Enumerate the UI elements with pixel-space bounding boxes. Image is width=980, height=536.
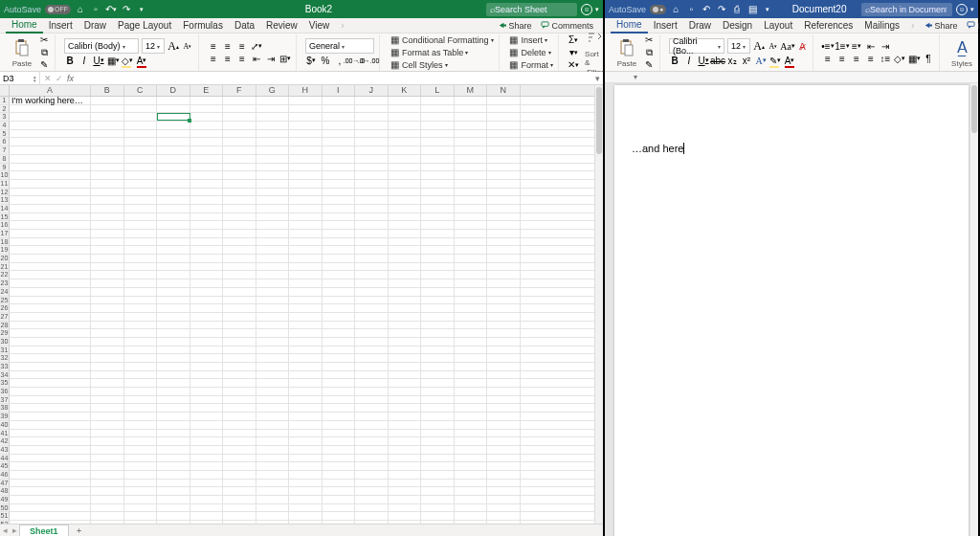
cell-I2[interactable]	[323, 105, 356, 113]
cell-I23[interactable]	[323, 279, 356, 287]
cell-B9[interactable]	[91, 164, 124, 171]
cell-G14[interactable]	[256, 205, 290, 212]
format-painter-icon[interactable]: ✎	[643, 59, 655, 71]
row-header-31[interactable]: 31	[0, 346, 10, 354]
cell-D40[interactable]	[157, 421, 190, 429]
cell-J18[interactable]	[355, 238, 389, 246]
cell-H16[interactable]	[289, 221, 323, 229]
col-header-J[interactable]: J	[355, 85, 389, 96]
cell-B27[interactable]	[91, 313, 124, 321]
cell-L6[interactable]	[421, 138, 455, 145]
expand-formula-icon[interactable]: ▾	[592, 74, 603, 83]
cell-L2[interactable]	[421, 105, 455, 113]
cell-K33[interactable]	[389, 363, 422, 370]
cell-B25[interactable]	[91, 297, 124, 304]
cell-F19[interactable]	[223, 246, 256, 254]
row-header-11[interactable]: 11	[0, 180, 10, 188]
cell-N34[interactable]	[487, 371, 521, 379]
cell-M43[interactable]	[455, 446, 488, 454]
feedback-caret[interactable]: ▾	[970, 6, 974, 13]
cell-E46[interactable]	[190, 471, 224, 479]
cell-H46[interactable]	[289, 471, 323, 479]
cell-C32[interactable]	[124, 354, 158, 362]
cell-N44[interactable]	[487, 455, 521, 462]
cell-M13[interactable]	[455, 196, 488, 204]
cell-B11[interactable]	[91, 180, 124, 188]
redo-icon[interactable]: ↷	[716, 4, 727, 15]
cell-L21[interactable]	[421, 263, 455, 271]
cell-C38[interactable]	[124, 404, 158, 412]
cell-E9[interactable]	[190, 164, 224, 171]
row-header-30[interactable]: 30	[0, 338, 10, 346]
cell-N22[interactable]	[487, 271, 521, 279]
cell-A11[interactable]	[10, 180, 91, 188]
cell-D26[interactable]	[157, 304, 190, 312]
search-input[interactable]	[495, 5, 571, 14]
cell-H22[interactable]	[289, 271, 323, 279]
cell-B42[interactable]	[91, 437, 124, 445]
cell-J20[interactable]	[355, 255, 389, 262]
cell-G5[interactable]	[256, 130, 290, 138]
format-as-table-button[interactable]: ▦Format as Table▾	[389, 47, 494, 58]
cell-N14[interactable]	[487, 205, 521, 212]
cell-A38[interactable]	[10, 404, 91, 412]
cell-F22[interactable]	[223, 271, 256, 279]
cell-C3[interactable]	[124, 113, 158, 121]
cell-D22[interactable]	[157, 271, 190, 279]
cell-H44[interactable]	[289, 455, 323, 462]
cell-N20[interactable]	[487, 255, 521, 262]
cell-E12[interactable]	[190, 189, 224, 196]
cell-F17[interactable]	[223, 230, 256, 237]
cell-I13[interactable]	[323, 196, 356, 204]
cut-icon[interactable]: ✂	[643, 34, 655, 46]
ruler[interactable]	[605, 72, 978, 83]
cell-F48[interactable]	[223, 487, 256, 495]
cell-A8[interactable]	[10, 155, 91, 163]
row-header-1[interactable]: 1	[0, 97, 10, 104]
cell-C8[interactable]	[124, 155, 158, 163]
print-icon[interactable]: ⎙	[731, 4, 743, 15]
cell-E37[interactable]	[190, 396, 224, 404]
cell-I52[interactable]	[323, 521, 356, 524]
cell-H33[interactable]	[289, 363, 323, 370]
cell-L18[interactable]	[421, 238, 455, 246]
cell-I20[interactable]	[323, 255, 356, 262]
row-header-40[interactable]: 40	[0, 421, 10, 429]
vertical-scrollbar[interactable]	[969, 83, 978, 536]
cell-F30[interactable]	[223, 338, 256, 346]
cell-A30[interactable]	[10, 338, 91, 346]
cell-E40[interactable]	[190, 421, 224, 429]
search-box[interactable]: ⌕	[861, 3, 952, 16]
cell-F18[interactable]	[223, 238, 256, 246]
cell-H38[interactable]	[289, 404, 323, 412]
cell-N36[interactable]	[487, 388, 521, 395]
cell-D7[interactable]	[157, 146, 190, 154]
cell-E27[interactable]	[190, 313, 224, 321]
cell-H10[interactable]	[289, 171, 323, 179]
decrease-font-icon[interactable]: A▾	[182, 40, 193, 52]
cell-N49[interactable]	[487, 496, 521, 503]
cell-B15[interactable]	[91, 213, 124, 221]
cell-C45[interactable]	[124, 462, 158, 470]
vertical-scrollbar[interactable]	[594, 85, 603, 524]
cell-G16[interactable]	[256, 221, 290, 229]
cell-E51[interactable]	[190, 512, 224, 520]
row-header-12[interactable]: 12	[0, 189, 10, 196]
cell-I9[interactable]	[323, 164, 356, 171]
cell-D24[interactable]	[157, 288, 190, 296]
cell-K11[interactable]	[389, 180, 422, 188]
cell-D21[interactable]	[157, 263, 190, 271]
col-header-A[interactable]: A	[10, 85, 91, 96]
cell-J17[interactable]	[355, 230, 389, 237]
cell-J31[interactable]	[355, 346, 389, 354]
cell-K27[interactable]	[389, 313, 422, 321]
cell-M41[interactable]	[455, 430, 488, 437]
cell-F27[interactable]	[223, 313, 256, 321]
cell-L49[interactable]	[421, 496, 455, 503]
cell-N29[interactable]	[487, 329, 521, 337]
cell-H8[interactable]	[289, 155, 323, 163]
copy-icon[interactable]: ⧉	[38, 47, 50, 58]
cut-icon[interactable]: ✂	[38, 34, 50, 46]
cell-E1[interactable]	[190, 97, 224, 104]
cell-A35[interactable]	[10, 379, 91, 387]
